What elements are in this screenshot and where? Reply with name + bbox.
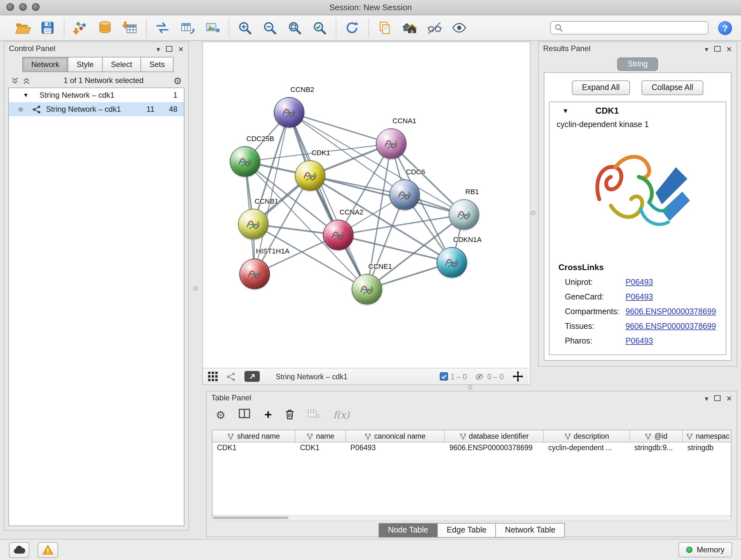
panel-float-icon[interactable] xyxy=(714,46,721,51)
delete-column-icon[interactable] xyxy=(285,408,294,422)
table-toolbar: f(x) xyxy=(207,404,737,426)
column-header-canonical-name[interactable]: canonical name xyxy=(346,430,445,442)
fit-content-button[interactable] xyxy=(285,18,304,37)
expand-all-button[interactable]: Expand All xyxy=(572,80,630,95)
tab-sets[interactable]: Sets xyxy=(141,57,174,72)
zoom-window-button[interactable] xyxy=(32,3,40,11)
crosslink-value-link[interactable]: 9606.ENSP00000378699 xyxy=(625,321,716,330)
graph-node-CCNB1[interactable] xyxy=(238,209,269,240)
graph-node-HIST1H1A[interactable] xyxy=(239,259,270,289)
show-details-button[interactable] xyxy=(449,18,468,37)
search-field[interactable] xyxy=(550,21,709,35)
search-input[interactable] xyxy=(566,23,704,33)
help-button[interactable] xyxy=(718,21,732,35)
table-horizontal-scrollbar[interactable] xyxy=(212,515,731,521)
collapse-all-networks-icon[interactable] xyxy=(22,76,30,84)
show-columns-icon[interactable] xyxy=(239,409,251,422)
zoom-out-button[interactable] xyxy=(260,18,279,37)
save-session-button[interactable] xyxy=(38,18,57,37)
crosslink-value-link[interactable]: P06493 xyxy=(625,277,653,287)
tab-network-table[interactable]: Network Table xyxy=(496,523,565,538)
panel-close-icon[interactable] xyxy=(726,43,732,54)
selected-checkbox-icon[interactable] xyxy=(440,372,448,381)
bottom-splitter-handle[interactable] xyxy=(468,385,472,389)
graph-node-CDC6[interactable] xyxy=(389,179,420,210)
refresh-view-button[interactable] xyxy=(342,18,361,37)
column-header-shared-name[interactable]: shared name xyxy=(212,430,295,442)
right-splitter-handle[interactable] xyxy=(531,211,536,215)
control-panel-tabs: NetworkStyleSelectSets xyxy=(22,57,188,72)
network-collection-row[interactable]: ▼ String Network – cdk1 1 xyxy=(9,88,184,102)
column-header--id[interactable]: @id xyxy=(630,430,683,442)
panel-menu-icon[interactable] xyxy=(157,43,160,54)
tab-select[interactable]: Select xyxy=(103,57,141,72)
panel-close-icon[interactable] xyxy=(726,392,732,403)
browser-home-button[interactable] xyxy=(400,18,419,37)
panel-menu-icon[interactable] xyxy=(705,392,709,403)
tab-style[interactable]: Style xyxy=(68,57,103,72)
zoom-in-button[interactable] xyxy=(235,18,254,37)
graph-node-CCNA2[interactable] xyxy=(323,220,354,250)
column-header-description[interactable]: description xyxy=(544,430,630,442)
import-network-database-button[interactable] xyxy=(95,18,114,37)
memory-button[interactable]: Memory xyxy=(678,542,732,557)
column-header-name[interactable]: name xyxy=(295,430,346,442)
graph-node-CCNB2[interactable] xyxy=(274,97,305,128)
tab-edge-table[interactable]: Edge Table xyxy=(438,523,496,538)
graph-node-CDKN1A[interactable] xyxy=(436,247,467,278)
graph-node-CCNA1[interactable] xyxy=(376,128,407,159)
column-header-database-identifier[interactable]: database identifier xyxy=(445,430,544,442)
disclosure-triangle-icon[interactable]: ▼ xyxy=(23,92,29,98)
delete-table-icon[interactable] xyxy=(308,409,320,421)
crosslink-row: Uniprot:P06493 xyxy=(549,274,726,289)
copy-document-button[interactable] xyxy=(375,18,394,37)
graph-node-CDC25B[interactable] xyxy=(230,146,260,177)
network-node-count: 11 xyxy=(138,105,154,114)
network-options-gear-icon[interactable] xyxy=(173,76,182,85)
column-header-namespac[interactable]: namespac xyxy=(683,430,731,442)
graph-node-CCNE1[interactable] xyxy=(352,274,382,305)
import-network-button[interactable] xyxy=(70,18,89,37)
pan-crosshair-icon[interactable] xyxy=(513,371,523,382)
left-splitter-handle[interactable] xyxy=(193,286,198,291)
crosslink-value-link[interactable]: P06493 xyxy=(625,336,653,345)
add-column-icon[interactable] xyxy=(265,408,272,421)
tab-node-table[interactable]: Node Table xyxy=(379,523,438,538)
export-image-button[interactable] xyxy=(202,18,221,37)
graph-node-label-CCNA1: CCNA1 xyxy=(393,117,416,125)
zoom-selected-button[interactable] xyxy=(310,18,329,37)
tab-string[interactable]: String xyxy=(617,57,658,71)
collapse-entry-icon[interactable]: ▼ xyxy=(562,107,569,114)
scrollbar-thumb[interactable] xyxy=(213,516,288,519)
crosslink-value-link[interactable]: P06493 xyxy=(625,292,653,301)
network-row-selected[interactable]: String Network – cdk1 11 48 xyxy=(9,102,184,116)
network-thumbnail-icon[interactable] xyxy=(226,371,236,381)
detach-view-button[interactable] xyxy=(245,371,260,382)
import-table-button[interactable] xyxy=(120,18,139,37)
collapse-all-button[interactable]: Collapse All xyxy=(642,80,704,95)
hide-details-button[interactable] xyxy=(424,18,444,37)
new-network-from-table-button[interactable] xyxy=(178,18,197,37)
network-canvas[interactable]: CCNB2CCNA1CDC25BCDK1CDC6RB1CCNB1CCNA2CDK… xyxy=(203,42,529,367)
panel-float-icon[interactable] xyxy=(714,395,721,401)
panel-close-icon[interactable] xyxy=(178,43,184,54)
warnings-button[interactable] xyxy=(38,542,58,558)
hidden-eye-slash-icon[interactable] xyxy=(475,372,485,381)
crosslink-value-link[interactable]: 9606.ENSP00000378699 xyxy=(625,307,716,316)
graph-node-CDK1[interactable] xyxy=(295,160,326,191)
cloud-status-button[interactable] xyxy=(9,542,29,558)
table-row[interactable]: CDK1CDK1P064939606.ENSP00000378699cyclin… xyxy=(212,442,731,454)
open-session-button[interactable] xyxy=(13,18,32,37)
expand-all-networks-icon[interactable] xyxy=(11,76,19,84)
layout-network-button[interactable] xyxy=(152,18,172,37)
graph-node-RB1[interactable] xyxy=(449,199,479,230)
tab-network[interactable]: Network xyxy=(22,57,68,72)
close-window-button[interactable] xyxy=(6,3,14,11)
panel-menu-icon[interactable] xyxy=(705,43,709,54)
grid-view-icon[interactable] xyxy=(208,372,218,381)
panel-float-icon[interactable] xyxy=(166,46,172,51)
minimize-window-button[interactable] xyxy=(19,3,27,11)
function-builder-button[interactable]: f(x) xyxy=(333,409,349,421)
table-options-gear-icon[interactable] xyxy=(216,410,226,421)
main-toolbar xyxy=(0,15,741,41)
